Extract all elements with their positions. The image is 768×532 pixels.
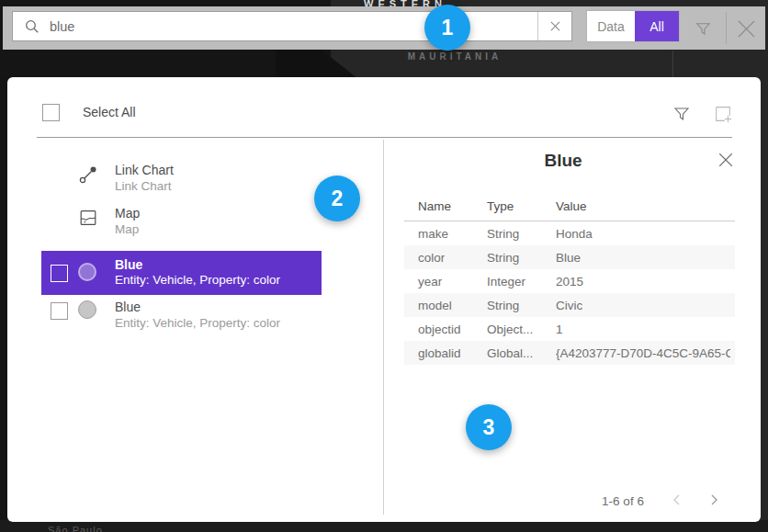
callout-badge-2: 2 xyxy=(314,175,360,221)
column-header-type: Type xyxy=(487,199,514,213)
cell-type: Integer xyxy=(487,275,525,289)
result-subtitle: Map xyxy=(115,222,140,236)
result-item-link-chart[interactable]: Link Chart Link Chart xyxy=(115,163,174,193)
toggle-option-all[interactable]: All xyxy=(635,11,679,41)
cell-type: String xyxy=(487,227,519,241)
search-toolbar: blue Data All xyxy=(3,6,765,50)
results-filter-button[interactable] xyxy=(669,101,695,127)
result-item-blue[interactable]: Blue Entity: Vehicle, Property: color xyxy=(115,300,280,330)
filter-funnel-icon xyxy=(695,20,712,38)
table-row: color String Blue xyxy=(404,245,735,269)
result-subtitle: Entity: Vehicle, Property: color xyxy=(115,316,280,330)
header-divider xyxy=(37,137,732,138)
chevron-left-icon xyxy=(672,494,683,505)
map-label-sao-paulo: São Paulo xyxy=(48,525,103,532)
link-chart-icon xyxy=(77,164,99,186)
map-icon xyxy=(77,207,99,229)
result-title: Blue xyxy=(115,300,280,314)
cell-value: 2015 xyxy=(556,275,583,289)
result-subtitle: Entity: Vehicle, Property: color xyxy=(115,273,280,287)
attribute-table-header: Name Type Value xyxy=(404,199,735,221)
map-left-edge xyxy=(0,77,7,524)
map-label-mauritania: MAURITANIA xyxy=(377,51,533,62)
search-icon xyxy=(25,19,40,34)
callout-badge-3: 3 xyxy=(466,404,512,450)
detail-panel-title: Blue xyxy=(402,151,724,171)
map-land-shape xyxy=(276,50,358,79)
cell-type: Object... xyxy=(487,323,533,336)
pagination-next-button[interactable] xyxy=(702,488,726,512)
pagination-prev-button[interactable] xyxy=(665,488,689,512)
add-to-selection-button[interactable] xyxy=(710,101,736,127)
cell-name: objectid xyxy=(418,323,461,336)
result-item-blue-selected[interactable]: Blue Entity: Vehicle, Property: color xyxy=(41,251,322,295)
result-item-map[interactable]: Map Map xyxy=(115,206,140,236)
cell-type: Global... xyxy=(487,346,533,360)
toolbar-close-button[interactable] xyxy=(731,14,761,43)
result-title: Blue xyxy=(115,257,142,272)
close-x-icon xyxy=(736,18,757,40)
cell-value: Honda xyxy=(556,227,593,241)
entity-circle-icon xyxy=(78,300,96,319)
clear-search-button[interactable] xyxy=(537,12,571,40)
column-header-value: Value xyxy=(556,199,587,213)
table-row: globalid Global... {A4203777-D70D-4C5C-9… xyxy=(404,341,735,365)
toolbar-filter-button[interactable] xyxy=(690,16,716,41)
result-checkbox[interactable] xyxy=(51,302,68,320)
cell-type: String xyxy=(487,299,519,312)
cell-name: year xyxy=(418,275,442,289)
add-selection-icon xyxy=(713,104,733,124)
result-title: Map xyxy=(115,206,140,221)
clear-x-icon xyxy=(550,21,560,31)
cell-type: String xyxy=(487,251,519,265)
data-all-toggle: Data All xyxy=(586,10,680,42)
panel-divider xyxy=(383,140,384,515)
table-row: model String Civic xyxy=(404,293,735,317)
column-header-name: Name xyxy=(418,199,451,213)
search-input[interactable]: blue xyxy=(12,11,572,41)
cell-value: Civic xyxy=(556,299,582,312)
select-all-label: Select All xyxy=(83,105,136,119)
table-row: year Integer 2015 xyxy=(404,269,735,293)
result-checkbox[interactable] xyxy=(51,265,68,282)
result-subtitle: Link Chart xyxy=(115,179,174,193)
cell-name: color xyxy=(418,251,445,265)
toggle-option-data[interactable]: Data xyxy=(587,11,635,41)
entity-circle-icon xyxy=(78,263,96,281)
chevron-right-icon xyxy=(708,494,719,505)
search-results-panel: Select All Link Chart Link Chart Map Map… xyxy=(7,77,761,522)
callout-badge-1: 1 xyxy=(424,5,470,51)
cell-value: {A4203777-D70D-4C5C-9A65-C... xyxy=(556,346,730,360)
cell-value: 1 xyxy=(556,323,563,336)
filter-funnel-icon xyxy=(672,105,691,123)
cell-name: model xyxy=(418,299,452,312)
table-row: objectid Object... 1 xyxy=(404,317,735,341)
close-x-icon xyxy=(717,152,734,168)
select-all-checkbox[interactable] xyxy=(42,104,60,121)
toolbar-divider xyxy=(726,12,727,44)
table-row: make String Honda xyxy=(404,221,735,245)
detail-close-button[interactable] xyxy=(713,147,739,173)
result-title: Link Chart xyxy=(115,163,174,177)
screenshot-root: WESTERN MAURITANIA São Paulo blue Data A… xyxy=(0,0,768,532)
cell-name: globalid xyxy=(418,346,461,360)
cell-value: Blue xyxy=(556,251,581,265)
map-border-line xyxy=(672,51,673,78)
cell-name: make xyxy=(418,227,448,241)
